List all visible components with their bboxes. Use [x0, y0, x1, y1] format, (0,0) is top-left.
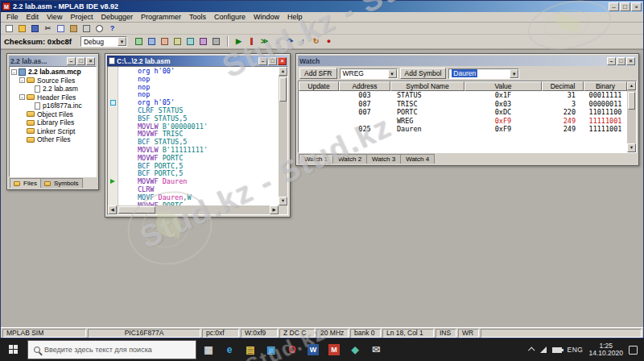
scroll-up-icon[interactable]: ▲ [279, 67, 287, 76]
vscroll-thumb[interactable] [628, 92, 635, 110]
watch-vscrollbar[interactable]: ▲ ▼ [627, 81, 636, 152]
find-icon[interactable] [93, 23, 105, 34]
store-icon[interactable]: ▣ [261, 338, 282, 361]
view-trace-icon[interactable] [197, 36, 209, 47]
menu-project[interactable]: Project [66, 13, 97, 21]
maximize-button[interactable]: □ [620, 2, 630, 11]
watch-column-binary[interactable]: Binary [584, 81, 627, 91]
tree-item-library-files[interactable]: Library Files [10, 118, 96, 127]
view-memory-icon[interactable] [210, 36, 222, 47]
project-tab-symbols[interactable]: Symbols [40, 178, 83, 188]
menu-programmer[interactable]: Programmer [137, 13, 185, 21]
view-program-memory-icon[interactable] [133, 36, 145, 47]
tree-item-p16f877a-inc[interactable]: p16f877a.inc [10, 102, 96, 110]
step-out-icon[interactable]: ↑ [297, 36, 309, 47]
minimize-button[interactable]: – [258, 57, 267, 65]
watch-column-symbol-name[interactable]: Symbol Name [390, 81, 464, 91]
close-button[interactable]: × [626, 57, 635, 65]
open-folder-icon[interactable] [16, 23, 28, 34]
language-indicator[interactable]: ENG [568, 346, 584, 354]
clock[interactable]: 1:25 14.10.2020 [588, 342, 623, 358]
save-file-icon[interactable] [29, 23, 41, 34]
tree-expander-icon[interactable]: - [19, 94, 25, 100]
minimize-button[interactable]: – [67, 57, 76, 65]
watch-tab-3[interactable]: Watch 3 [366, 154, 401, 164]
view-watch-icon[interactable] [171, 36, 184, 47]
watch-column-value[interactable]: Value [464, 81, 542, 91]
sfr-select[interactable]: WREG ▼ [340, 68, 398, 79]
menu-window[interactable]: Window [250, 13, 283, 21]
tree-item-object-files[interactable]: Object Files [10, 110, 96, 119]
tree-item-2-2-lab-asm[interactable]: 2.2 lab.asm [10, 85, 96, 93]
file-explorer-icon[interactable]: ▤ [240, 338, 261, 361]
taskbar-search[interactable]: Введите здесь текст для поиска [27, 340, 196, 359]
paste-icon[interactable] [68, 23, 80, 34]
new-file-icon[interactable] [3, 23, 15, 34]
editor-vscrollbar[interactable]: ▲ ▼ [279, 67, 287, 205]
add-symbol-button[interactable]: Add Symbol [400, 68, 447, 79]
tree-item-header-files[interactable]: -Header Files [10, 93, 96, 102]
menu-edit[interactable]: Edit [23, 13, 43, 21]
network-icon[interactable] [540, 346, 547, 353]
tree-item-linker-script[interactable]: Linker Script [10, 127, 96, 136]
copy-icon[interactable] [55, 23, 67, 34]
scroll-down-icon[interactable]: ▼ [627, 143, 636, 152]
reset-icon[interactable]: ↻ [310, 36, 322, 47]
menu-configure[interactable]: Configure [210, 13, 250, 21]
halt-icon[interactable]: ∥ [246, 36, 258, 47]
minimize-button[interactable]: – [607, 57, 616, 65]
watch-column-decimal[interactable]: Decimal [542, 81, 584, 91]
scroll-right-icon[interactable]: ▶ [270, 205, 279, 214]
watch-column-update[interactable]: Update [299, 81, 339, 91]
tree-item-2-2-lab-asm-mcp[interactable]: -2.2 lab.asm.mcp [10, 68, 96, 77]
watch-column-address[interactable]: Address [339, 81, 390, 91]
watch-row[interactable]: 007PORTC0xDC22011011100 [299, 108, 627, 117]
watch-tab-2[interactable]: Watch 2 [332, 154, 367, 164]
symbol-select[interactable]: Dauren ▼ [448, 68, 519, 79]
close-button[interactable]: × [86, 57, 95, 65]
start-button[interactable] [0, 338, 27, 361]
scroll-down-icon[interactable]: ▼ [279, 197, 287, 205]
view-file-registers-icon[interactable] [146, 36, 158, 47]
watch-row[interactable]: WREG0xF924911111001 [299, 117, 627, 126]
cut-icon[interactable]: ✂ [42, 23, 54, 34]
editor-titlebar[interactable]: C:\...\2.2 lab.asm – □ × [107, 56, 288, 66]
opera-icon[interactable]: O [282, 338, 303, 361]
project-titlebar[interactable]: 2.2 lab.as... – □ × [9, 56, 97, 66]
watch-row[interactable]: 003STATUS0x1F3100011111 [299, 91, 627, 100]
hidden-icons-chevron-icon[interactable] [528, 346, 535, 353]
tree-expander-icon[interactable]: - [11, 69, 17, 75]
code-area[interactable]: org h'00'nopnopnoporg h'05'CLRF STATUSBS… [118, 67, 279, 205]
mail-icon[interactable]: ✉ [365, 338, 386, 361]
view-stopwatch-icon[interactable] [184, 36, 196, 47]
watch-row[interactable]: 087TRISC0x03300000011 [299, 100, 627, 109]
breakpoint-icon[interactable]: ● [323, 36, 335, 47]
watch-titlebar[interactable]: Watch – □ × [298, 56, 637, 66]
tree-item-source-files[interactable]: -Source Files [10, 77, 96, 85]
task-view-icon[interactable]: ▦ [198, 338, 219, 361]
watch-tab-4[interactable]: Watch 4 [400, 154, 435, 164]
animate-icon[interactable]: ≫ [258, 36, 270, 47]
step-into-icon[interactable]: ↓ [271, 36, 283, 47]
action-center-icon[interactable] [629, 346, 638, 355]
build-mode-select[interactable]: Debug ▼ [80, 36, 127, 47]
word-icon[interactable]: W [303, 338, 324, 361]
tree-expander-icon[interactable]: - [19, 77, 25, 83]
edge-icon[interactable]: e [219, 338, 240, 361]
vscroll-thumb[interactable] [279, 77, 287, 102]
menu-debugger[interactable]: Debugger [97, 13, 137, 21]
step-over-icon[interactable]: ↷ [284, 36, 296, 47]
menu-tools[interactable]: Tools [185, 13, 210, 21]
photos-icon[interactable]: ◆ [345, 338, 365, 361]
view-sfr-icon[interactable] [159, 36, 171, 47]
editor-gutter[interactable] [108, 67, 118, 205]
maximize-button[interactable]: □ [76, 57, 85, 65]
add-sfr-button[interactable]: Add SFR [299, 68, 337, 79]
run-icon[interactable]: ▶ [233, 36, 245, 47]
menu-view[interactable]: View [43, 13, 66, 21]
menu-help[interactable]: Help [283, 13, 307, 21]
hscroll-thumb[interactable] [118, 206, 155, 214]
watch-row[interactable]: 025Dauren0xF924911111001 [299, 125, 627, 134]
maximize-button[interactable]: □ [617, 57, 625, 65]
print-icon[interactable] [80, 23, 93, 34]
